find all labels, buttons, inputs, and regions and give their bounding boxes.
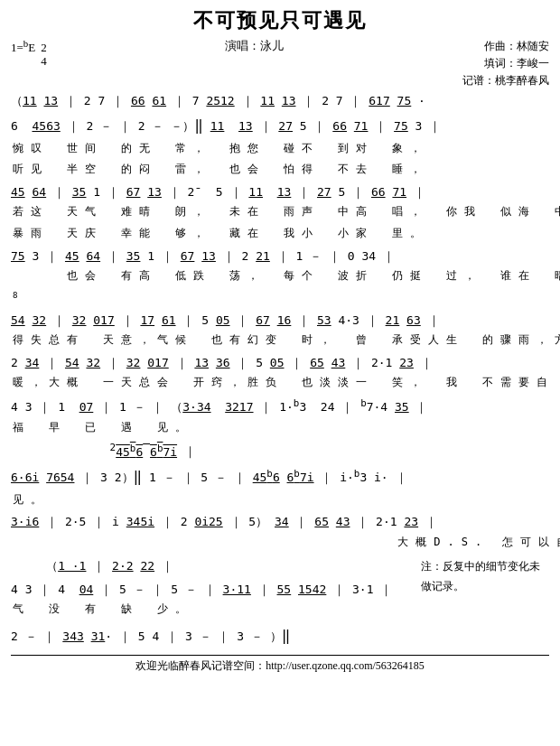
lyric-line-9: 大概D.S. 怎可以自 怜，从来运	[11, 533, 549, 553]
lyric-line-3: 若这 天气 难晴 朗， 未在 雨声 中高 唱， 你我 似海 中木 船，	[11, 202, 549, 222]
music-line-3: 45 64 ｜ 35 1 ｜ 67 13 ｜ 2̄ 5 ｜ 11 13 ｜ 27…	[11, 182, 549, 202]
music-line-10-wrapper: （1 ·1 ｜ 2·2 22 ｜ 4 3 ｜ 4 04 ｜ 5 － ｜ 5 － …	[11, 555, 549, 620]
music-line-7: 4 3 ｜ 1 07 ｜ 1 － ｜ （3·34 3217 ｜ 1·b3 24 …	[11, 395, 549, 418]
music-note-4: 8	[13, 288, 549, 308]
music-line-10: （1 ·1 ｜ 2·2 22 ｜ 4 3 ｜ 4 04 ｜ 5 － ｜ 5 － …	[11, 555, 414, 620]
time-signature: 2 4	[41, 42, 47, 68]
music-content: （11 13 ｜ 2 7 ｜ 66 61 ｜ 7 2512 ｜ 11 13 ｜ …	[11, 92, 549, 649]
key: 1=bE	[11, 38, 35, 55]
note-box: 注：反复中的细节变化未做记录。	[414, 555, 549, 596]
credits: 作曲：林随安 填词：李峻一 记谱：桃李醉春风	[462, 38, 549, 90]
lyric-line-4: 也会 有高 低跌 荡， 每个 波折 仍挺 过， 谁在 暗中 保守 我。 大概	[11, 266, 549, 286]
lyric-line-6: 暖，大概 一天总会 开窍，胜负 也淡淡一 笑， 我 不需要自 怜，其实幸	[11, 373, 549, 393]
music-line-6: 2 34 ｜ 54 32 ｜ 32 017 ｜ 13 36 ｜ 5 05 ｜ 6…	[11, 352, 549, 373]
music-line-8b: 6·6i 7654 ｜ 3 2）‖ 1 － ｜ 5 － ｜ 45b6 6b7i …	[11, 464, 549, 490]
music-line-2: 6 4563 ｜ 2 － ｜ 2 － －）‖ 11 13 ｜ 27 5 ｜ 66…	[11, 113, 549, 139]
music-line-1: （11 13 ｜ 2 7 ｜ 66 61 ｜ 7 2512 ｜ 11 13 ｜ …	[11, 92, 549, 110]
music-line-8: 245b6 6b7i ｜	[11, 439, 549, 462]
performer-info: 演唱：泳儿	[225, 38, 284, 54]
music-line-9: 3·i6 ｜ 2·5 ｜ i 345i ｜ 2 0i25 ｜ 5） 34 ｜ 6…	[11, 511, 549, 532]
title: 不可预见只可遇见	[11, 7, 549, 34]
lyric-line-2b: 听见 半空 的闷 雷， 也会 怕得 不去 睡，	[11, 160, 549, 180]
key-time: 1=bE 2 4	[11, 38, 47, 68]
lyric-line-2: 惋叹 世间 的无 常， 抱您 碰不 到对 象，	[11, 139, 549, 159]
lyric-line-5: 得失总有 天意，气候 也有幻变 时， 曾 承受人生 的骤雨，方 知太阳温	[11, 331, 549, 350]
lyric-line-8: 见。	[11, 490, 549, 510]
music-line-11: 2 － ｜ 343 31· ｜ 5 4 ｜ 3 － ｜ 3 － ）‖	[11, 623, 549, 649]
music-line-4: 75 3 ｜ 45 64 ｜ 35 1 ｜ 67 13 ｜ 2 21 ｜ 1 －…	[11, 246, 549, 266]
footer: 欢迎光临醉春风记谱空间：http://user.qzone.qq.com/563…	[11, 655, 549, 674]
lyric-line-7: 福 早 已 遇 见。	[11, 418, 549, 438]
music-line-5: 54 32 ｜ 32 017 ｜ 17 61 ｜ 5 05 ｜ 67 16 ｜ …	[11, 310, 549, 331]
lyric-line-3b: 暴雨 天庆 幸能 够， 藏在 我小 小家 里。	[11, 224, 549, 244]
